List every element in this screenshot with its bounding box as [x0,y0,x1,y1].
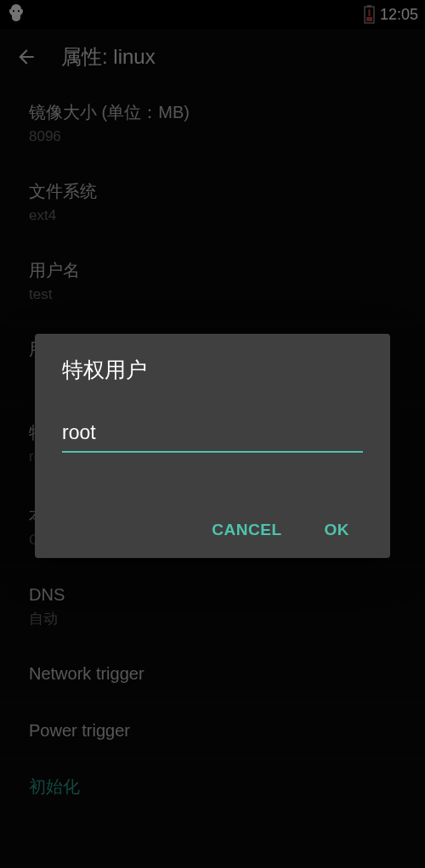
cancel-button[interactable]: CANCEL [208,514,285,546]
dialog-input-wrap [62,421,363,453]
dialog-priv-user: 特权用户 CANCEL OK [35,334,390,558]
dialog-actions: CANCEL OK [62,514,363,546]
dialog-title: 特权用户 [62,356,363,384]
ok-button[interactable]: OK [321,514,354,546]
dialog-scrim[interactable]: 特权用户 CANCEL OK [0,0,425,868]
priv-user-input[interactable] [62,421,363,444]
